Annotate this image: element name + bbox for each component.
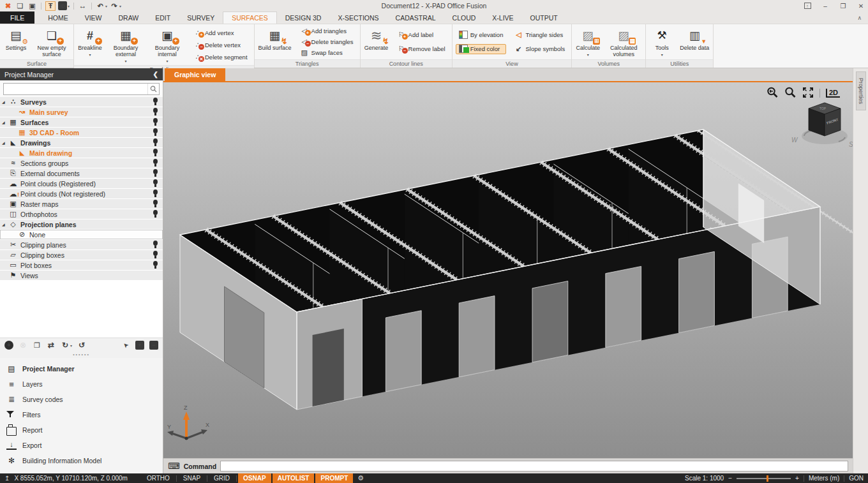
tree-item-surfaces[interactable]: ◢Surfaces (0, 117, 163, 128)
visibility-bulb-icon[interactable] (153, 138, 158, 147)
tab-design-3d[interactable]: DESIGN 3D (277, 11, 330, 24)
visibility-bulb-icon[interactable] (153, 210, 158, 218)
boundary-internal-button[interactable]: Boundary internal▾ (147, 26, 187, 64)
point-id-button[interactable]: ▾ (58, 1, 70, 11)
redo-button[interactable]: ▾ (110, 1, 121, 11)
ribbon-collapse-button[interactable]: ∧ (851, 11, 868, 24)
minimize-button[interactable]: – (821, 3, 829, 10)
collapse-all-button[interactable] (149, 341, 158, 350)
tree-item-sections-groups[interactable]: Sections groups (0, 158, 163, 168)
breakline-button[interactable]: Breakline▾ (76, 26, 104, 64)
close-button[interactable]: ✕ (857, 3, 865, 10)
toggle-prompt[interactable]: PROMPT (315, 473, 353, 483)
add-button[interactable] (4, 341, 13, 350)
tree-item-drawings[interactable]: ◢Drawings (0, 138, 163, 148)
angle-format-display[interactable]: GON (849, 475, 864, 482)
zoom-fit-button[interactable] (802, 87, 814, 100)
expander-icon[interactable]: ◢ (2, 222, 8, 227)
new-empty-surface-button[interactable]: New empty surface (32, 26, 71, 58)
tree-item-orthophotos[interactable]: Orthophotos (0, 209, 163, 219)
collapse-panel-button[interactable]: ❮ (153, 71, 158, 78)
status-settings-gear-icon[interactable]: ⚙ (357, 474, 364, 482)
sidebar-item-layers[interactable]: Layers (0, 376, 163, 392)
tab-output[interactable]: OUTPUT (522, 11, 566, 24)
build-surface-button[interactable]: Build surface (257, 26, 294, 58)
scale-slider[interactable] (737, 478, 791, 479)
add-vertex-button[interactable]: Add vertex (190, 27, 251, 38)
view-2d-button[interactable]: 2D (826, 89, 840, 98)
undo-button[interactable]: ▾ (96, 1, 107, 11)
tab-survey[interactable]: SURVEY (179, 11, 223, 24)
tree-item-none[interactable]: None (0, 230, 163, 240)
add-label-button[interactable]: Add label (394, 29, 449, 40)
search-icon[interactable] (147, 84, 159, 94)
xpad-logo-button[interactable] (3, 1, 13, 11)
settings-button[interactable]: Settings (2, 26, 30, 58)
expander-icon[interactable]: ◢ (2, 120, 8, 124)
toggle-snap[interactable]: SNAP (178, 473, 206, 483)
tab-draw[interactable]: DRAW (110, 11, 147, 24)
visibility-bulb-icon[interactable] (153, 189, 158, 198)
tree-item-3d-cad-room[interactable]: 3D CAD - Room (0, 128, 163, 138)
sidebar-item-building-information-model[interactable]: Building Information Model (0, 453, 163, 468)
tools-button[interactable]: Tools▾ (648, 26, 676, 58)
remove-label-button[interactable]: Remove label (394, 44, 449, 54)
swap-faces-button[interactable]: Swap faces (297, 47, 357, 57)
dimension-button[interactable] (78, 1, 87, 11)
graphic-view-canvas[interactable]: TOP FRONT W S Z Y (163, 82, 853, 458)
command-input[interactable] (220, 461, 848, 472)
tab-surfaces[interactable]: SURFACES (223, 11, 277, 24)
tree-item-point-clouds-registered[interactable]: Point clouds (Registered) (0, 179, 163, 189)
tree-item-clipping-planes[interactable]: Clipping planes (0, 240, 163, 250)
sidebar-item-export[interactable]: Export (0, 438, 163, 453)
tree-item-external-documents[interactable]: External documents (0, 168, 163, 179)
sidebar-item-filters[interactable]: Filters (0, 407, 163, 422)
sidebar-item-project-manager[interactable]: Project Manager (0, 361, 163, 376)
visibility-bulb-icon[interactable] (153, 128, 158, 137)
expander-icon[interactable]: ◢ (2, 100, 8, 104)
tree-item-point-clouds-not-registered[interactable]: Point clouds (Not registered) (0, 189, 163, 199)
boundary-external-button[interactable]: Boundary external▾ (106, 26, 146, 64)
sidebar-item-survey-codes[interactable]: Survey codes (0, 392, 163, 407)
add-triangles-button[interactable]: Add triangles (297, 26, 357, 36)
tab-x-sections[interactable]: X-SECTIONS (329, 11, 387, 24)
visibility-bulb-icon[interactable] (153, 200, 158, 208)
visibility-bulb-icon[interactable] (153, 98, 158, 106)
tab-x-live[interactable]: X-LIVE (484, 11, 521, 24)
calculated-volumes-button[interactable]: Calculated volumes (604, 26, 643, 58)
fixed-color-button[interactable]: Fixed color (456, 44, 507, 54)
zoom-in-button[interactable]: + (795, 475, 799, 482)
visibility-bulb-icon[interactable] (153, 159, 158, 167)
zoom-previous-button[interactable] (767, 87, 779, 100)
visibility-bulb-icon[interactable] (153, 241, 158, 249)
zoom-window-button[interactable] (784, 87, 797, 100)
tree-item-surveys[interactable]: ◢Surveys (0, 97, 163, 107)
tab-graphic-view[interactable]: Graphic view (165, 68, 225, 81)
visibility-bulb-icon[interactable] (153, 261, 158, 269)
toggle-grid[interactable]: GRID (209, 473, 235, 483)
search-input[interactable] (4, 85, 147, 93)
slope-symbols-button[interactable]: Slope symbols (511, 44, 568, 54)
expand-all-button[interactable] (135, 341, 144, 350)
tab-cloud[interactable]: CLOUD (444, 11, 484, 24)
restore-button[interactable]: ❐ (839, 3, 847, 10)
splitter-handle[interactable]: •••••• (0, 352, 163, 358)
tree-item-projection-planes[interactable]: ◢Projection planes (0, 219, 163, 230)
sync-button[interactable]: ▾ (61, 341, 72, 350)
tab-view[interactable]: VIEW (77, 11, 110, 24)
by-elevation-button[interactable]: By elevation (456, 29, 507, 40)
refresh-button[interactable] (77, 341, 86, 350)
tab-edit[interactable]: EDIT (147, 11, 179, 24)
visibility-bulb-icon[interactable] (153, 118, 158, 126)
tree-item-main-drawing[interactable]: Main drawing (0, 148, 163, 158)
delete-vertex-button[interactable]: Delete vertex (190, 40, 251, 50)
transfer-button[interactable] (47, 341, 56, 350)
new-document-button[interactable] (15, 1, 25, 11)
tab-properties[interactable]: Properties (856, 71, 866, 110)
visibility-bulb-icon[interactable] (153, 179, 158, 188)
save-button[interactable] (27, 1, 37, 11)
toggle-autolist[interactable]: AUTOLIST (273, 473, 315, 483)
select-in-graphics-button[interactable] (121, 341, 130, 350)
delete-data-button[interactable]: Delete data (678, 26, 711, 58)
duplicate-button[interactable] (33, 341, 41, 350)
